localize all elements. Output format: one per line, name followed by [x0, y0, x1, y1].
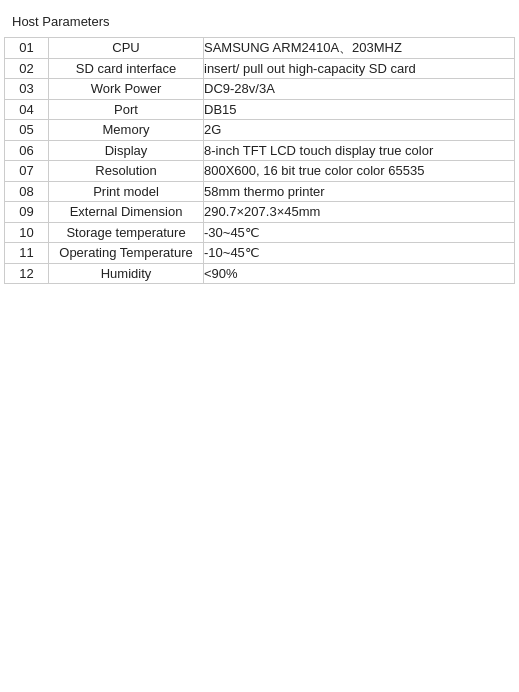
params-table: 01CPUSAMSUNG ARM2410A、203MHZ02SD card in… [4, 37, 515, 284]
row-number: 01 [5, 38, 49, 59]
table-row: 08Print model58mm thermo printer [5, 181, 515, 202]
table-row: 01CPUSAMSUNG ARM2410A、203MHZ [5, 38, 515, 59]
row-value: 290.7×207.3×45mm [204, 202, 515, 223]
row-number: 09 [5, 202, 49, 223]
row-label: External Dimension [49, 202, 204, 223]
row-number: 03 [5, 79, 49, 100]
row-value: 2G [204, 120, 515, 141]
table-row: 12Humidity<90% [5, 263, 515, 284]
row-value: insert/ pull out high-capacity SD card [204, 58, 515, 79]
row-number: 08 [5, 181, 49, 202]
row-value: -10~45℃ [204, 243, 515, 264]
row-number: 07 [5, 161, 49, 182]
row-label: Storage temperature [49, 222, 204, 243]
page-header: Host Parameters [4, 8, 515, 37]
row-label: Print model [49, 181, 204, 202]
row-value: DC9-28v/3A [204, 79, 515, 100]
row-label: CPU [49, 38, 204, 59]
row-label: Operating Temperature [49, 243, 204, 264]
row-number: 12 [5, 263, 49, 284]
row-label: Humidity [49, 263, 204, 284]
table-row: 06Display8-inch TFT LCD touch display tr… [5, 140, 515, 161]
row-value: 800X600, 16 bit true color color 65535 [204, 161, 515, 182]
row-value: SAMSUNG ARM2410A、203MHZ [204, 38, 515, 59]
row-value: 8-inch TFT LCD touch display true color [204, 140, 515, 161]
table-row: 03Work PowerDC9-28v/3A [5, 79, 515, 100]
header-title: Host Parameters [12, 14, 110, 29]
table-row: 05Memory2G [5, 120, 515, 141]
row-value: -30~45℃ [204, 222, 515, 243]
row-value: DB15 [204, 99, 515, 120]
table-row: 04PortDB15 [5, 99, 515, 120]
row-label: Memory [49, 120, 204, 141]
row-number: 10 [5, 222, 49, 243]
row-number: 06 [5, 140, 49, 161]
row-number: 11 [5, 243, 49, 264]
table-row: 07Resolution800X600, 16 bit true color c… [5, 161, 515, 182]
row-label: Port [49, 99, 204, 120]
row-value: 58mm thermo printer [204, 181, 515, 202]
row-label: Resolution [49, 161, 204, 182]
page-wrapper: Host Parameters 01CPUSAMSUNG ARM2410A、20… [0, 0, 519, 292]
table-row: 10Storage temperature-30~45℃ [5, 222, 515, 243]
row-label: Work Power [49, 79, 204, 100]
row-number: 05 [5, 120, 49, 141]
row-label: Display [49, 140, 204, 161]
table-row: 11Operating Temperature-10~45℃ [5, 243, 515, 264]
row-value: <90% [204, 263, 515, 284]
row-number: 04 [5, 99, 49, 120]
row-label: SD card interface [49, 58, 204, 79]
table-row: 02SD card interfaceinsert/ pull out high… [5, 58, 515, 79]
row-number: 02 [5, 58, 49, 79]
table-row: 09External Dimension290.7×207.3×45mm [5, 202, 515, 223]
